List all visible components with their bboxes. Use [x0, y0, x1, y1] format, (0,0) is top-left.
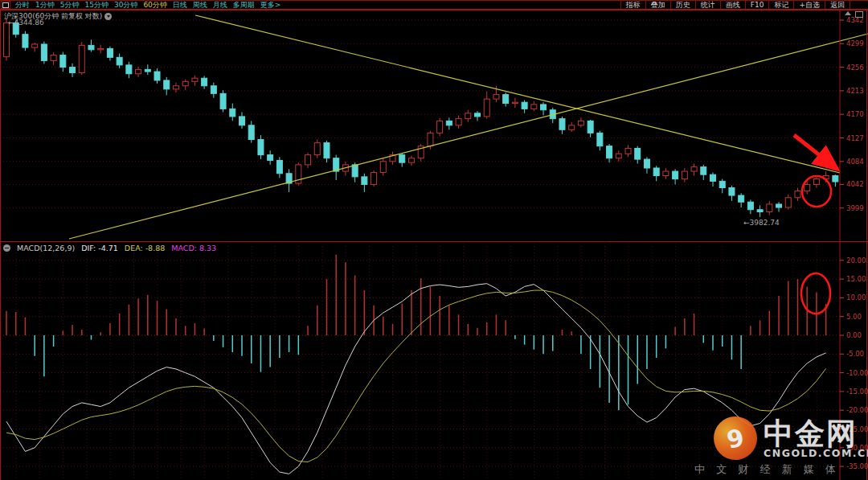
low-price-label: ←3982.74	[743, 219, 780, 227]
candle-body	[324, 143, 330, 158]
chevron-up-icon[interactable]	[845, 11, 851, 15]
candle-body	[616, 154, 621, 158]
candle-body	[512, 102, 518, 103]
price-axis-label: 4127	[846, 134, 864, 142]
macd-indicator-label: MACD(12,26,9)	[17, 244, 75, 252]
candle-body	[268, 155, 273, 161]
candle-body	[475, 113, 481, 117]
candle-body	[484, 99, 489, 117]
candle-body	[588, 121, 593, 133]
candle-body	[240, 117, 245, 125]
candle-body	[371, 172, 377, 184]
stock-chart-app: 分时1分钟5分钟15分钟30分钟60分钟日线周线月线多周期更多> 指标叠加历史统…	[0, 0, 868, 480]
candle-body	[578, 121, 583, 125]
price-axis-label: 4170	[846, 110, 864, 118]
macd-axis-label: 5.00	[846, 313, 862, 321]
candle-body	[597, 133, 603, 146]
candle-body	[107, 48, 113, 57]
candle-body	[380, 162, 386, 173]
watermark-tagline: 中 文 财 经 新 媒 体	[694, 462, 842, 477]
candle-body	[531, 105, 537, 109]
descending-trendline[interactable]	[195, 15, 840, 173]
candle-body	[776, 204, 782, 207]
chart-area[interactable]: 43424299425642134170412740844042399920.0…	[0, 0, 868, 480]
candle-body	[41, 44, 47, 60]
cngold-logo-icon: 9	[710, 412, 761, 464]
dea-value-label: DEA: -8.88	[125, 244, 165, 252]
candle-body	[456, 119, 461, 125]
macd-axis-label: -15.00	[846, 388, 868, 396]
candle-body	[248, 125, 254, 140]
candle-body	[446, 121, 452, 125]
macd-axis-label: -20.00	[846, 406, 868, 414]
watermark: 9 中金网 CNGOLD.COM.CN 中 文 财 经 新 媒 体	[714, 416, 842, 477]
candle-body	[23, 35, 28, 47]
highlight-circle-macd	[801, 273, 830, 314]
macd-axis-label: -5.00	[846, 350, 864, 358]
price-axis-label: 4299	[846, 39, 864, 47]
candle-body	[98, 48, 104, 49]
candle-body	[220, 93, 226, 109]
candle-body	[682, 171, 687, 179]
candle-body	[522, 102, 527, 109]
axis-labels: 43424299425642134170412740844042399920.0…	[840, 16, 868, 470]
candle-body	[691, 167, 697, 171]
candle-body	[70, 68, 76, 73]
candle-body	[276, 160, 282, 173]
candle-body	[211, 86, 216, 94]
candle-body	[202, 78, 207, 86]
collapse-icon[interactable]	[3, 244, 10, 252]
candle-body	[145, 69, 150, 72]
candle-body	[653, 168, 659, 176]
candle-body	[230, 109, 235, 117]
candle-body	[710, 174, 716, 181]
high-price-label: ←4344.86	[8, 18, 44, 27]
candle-body	[4, 23, 10, 56]
candle-body	[182, 81, 188, 85]
restore-window-icon[interactable]	[855, 11, 863, 18]
annotations	[69, 15, 868, 314]
candle-body	[805, 184, 810, 191]
macd-axis-label: -35.00	[846, 462, 868, 470]
price-axis-label: 4084	[846, 158, 864, 166]
candlesticks	[4, 18, 838, 217]
candle-body	[32, 44, 38, 47]
candle-body	[305, 155, 311, 165]
candle-body	[60, 55, 66, 68]
candle-body	[719, 181, 725, 187]
candle-body	[154, 72, 160, 80]
candle-body	[437, 121, 443, 133]
candle-body	[493, 95, 499, 99]
candle-body	[88, 45, 94, 49]
watermark-name: 中金网	[764, 418, 868, 450]
candle-body	[833, 176, 838, 182]
macd-axis-label: 10.00	[846, 293, 866, 302]
candle-body	[117, 57, 122, 65]
candle-body	[541, 105, 547, 110]
candle-body	[258, 140, 264, 155]
candle-body	[767, 204, 772, 212]
price-axis-label: 4042	[846, 180, 864, 188]
candle-body	[192, 78, 198, 81]
candle-body	[314, 143, 320, 155]
price-axis-label: 3999	[846, 204, 864, 212]
macd-panel-header: MACD(12,26,9) DIF: -4.71 DEA: -8.88 MACD…	[3, 244, 216, 252]
candle-body	[569, 125, 575, 129]
macd-plot	[6, 255, 826, 474]
chevron-down-icon[interactable]	[104, 13, 112, 20]
candle-body	[644, 159, 649, 168]
candle-body	[729, 188, 735, 196]
candle-body	[635, 148, 641, 159]
candle-body	[701, 167, 706, 175]
candle-body	[607, 146, 612, 158]
candle-body	[352, 165, 358, 177]
price-axis-label: 4213	[846, 87, 864, 95]
candle-body	[362, 177, 367, 185]
candle-body	[126, 65, 132, 74]
candle-body	[559, 119, 565, 130]
candle-body	[785, 198, 791, 207]
watermark-domain: CNGOLD.COM.CN	[764, 447, 868, 459]
candle-body	[51, 55, 56, 61]
dif-value-label: DIF: -4.71	[81, 244, 118, 252]
candle-body	[813, 179, 819, 185]
